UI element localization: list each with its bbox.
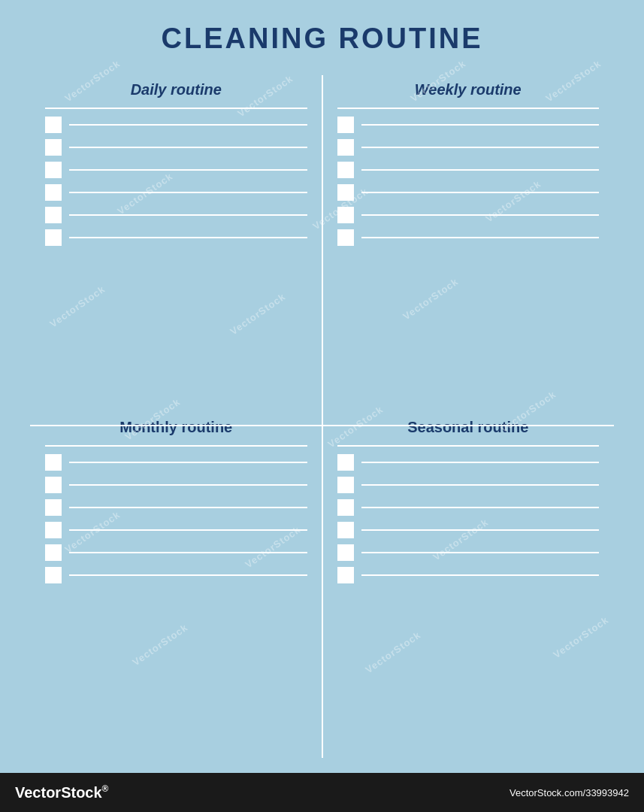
- checkbox-line: [69, 147, 307, 148]
- checkbox-line: [69, 214, 307, 216]
- section-daily-divider: [45, 108, 307, 109]
- checkbox[interactable]: [45, 544, 62, 561]
- checkbox[interactable]: [45, 229, 62, 246]
- checklist-item: [45, 477, 307, 493]
- checkbox[interactable]: [337, 454, 354, 471]
- checkbox[interactable]: [337, 139, 354, 156]
- checkbox-line: [69, 484, 307, 486]
- vertical-divider: [322, 75, 323, 758]
- checkbox-line: [361, 462, 600, 463]
- checkbox[interactable]: [337, 522, 354, 538]
- checklist-item: [337, 162, 600, 178]
- checkbox-line: [361, 507, 600, 508]
- section-daily-title: Daily routine: [45, 81, 307, 98]
- checkbox[interactable]: [45, 162, 62, 178]
- checkbox-line: [361, 574, 600, 576]
- checkbox-line: [361, 484, 600, 486]
- checkbox-line: [361, 169, 600, 171]
- section-weekly-title: Weekly routine: [337, 81, 600, 98]
- section-monthly: Monthly routine: [30, 411, 322, 749]
- footer-brand-text: VectorStock: [15, 784, 102, 801]
- section-daily: Daily routine: [30, 74, 322, 411]
- checkbox-line: [361, 552, 600, 553]
- checklist-item: [337, 499, 600, 516]
- checkbox-line: [361, 237, 600, 238]
- checklist-item: [45, 499, 307, 516]
- checklist-item: [337, 229, 600, 246]
- checkbox-line: [69, 124, 307, 126]
- checklist-weekly: [337, 117, 600, 404]
- checkbox[interactable]: [45, 139, 62, 156]
- checkbox[interactable]: [337, 544, 354, 561]
- checklist-item: [45, 139, 307, 156]
- checklist-item: [337, 207, 600, 223]
- checklist-seasonal: [337, 454, 600, 741]
- checklist-item: [45, 162, 307, 178]
- checklist-item: [45, 454, 307, 471]
- checkbox[interactable]: [337, 229, 354, 246]
- checklist-item: [337, 454, 600, 471]
- checklist-item: [337, 117, 600, 133]
- checklist-item: [45, 229, 307, 246]
- checkbox[interactable]: [337, 162, 354, 178]
- checkbox[interactable]: [337, 567, 354, 583]
- page-title: CLEANING ROUTINE: [30, 23, 614, 55]
- checkbox-line: [361, 124, 600, 126]
- section-seasonal-title: Seasonal routine: [337, 419, 600, 436]
- checkbox[interactable]: [337, 207, 354, 223]
- footer: VectorStock® VectorStock.com/33993942: [0, 773, 644, 812]
- checkbox-line: [361, 147, 600, 148]
- checklist-item: [337, 567, 600, 583]
- checkbox[interactable]: [45, 499, 62, 516]
- checkbox-line: [361, 529, 600, 531]
- checkbox[interactable]: [45, 522, 62, 538]
- checkbox[interactable]: [337, 184, 354, 201]
- checklist-item: [337, 522, 600, 538]
- section-weekly: Weekly routine: [322, 74, 615, 411]
- checklist-item: [45, 567, 307, 583]
- checkbox-line: [69, 169, 307, 171]
- checkbox[interactable]: [45, 117, 62, 133]
- checklist-item: [45, 544, 307, 561]
- footer-url: VectorStock.com/33993942: [509, 787, 629, 798]
- section-seasonal-divider: [337, 445, 600, 447]
- checkbox[interactable]: [45, 207, 62, 223]
- checklist-item: [45, 522, 307, 538]
- checkbox[interactable]: [45, 184, 62, 201]
- checkbox[interactable]: [45, 567, 62, 583]
- checkbox-line: [69, 529, 307, 531]
- checkbox[interactable]: [337, 117, 354, 133]
- checklist-item: [45, 207, 307, 223]
- checklist-item: [337, 139, 600, 156]
- footer-reg-symbol: ®: [102, 783, 109, 794]
- checklist-item: [337, 544, 600, 561]
- checkbox[interactable]: [45, 477, 62, 493]
- checkbox-line: [69, 574, 307, 576]
- checkbox[interactable]: [45, 454, 62, 471]
- checklist-item: [337, 477, 600, 493]
- checkbox[interactable]: [337, 499, 354, 516]
- checklist-item: [45, 184, 307, 201]
- footer-brand: VectorStock®: [15, 783, 108, 801]
- section-seasonal: Seasonal routine: [322, 411, 615, 749]
- checklist-item: [337, 184, 600, 201]
- checklist-monthly: [45, 454, 307, 741]
- checkbox-line: [69, 192, 307, 193]
- section-weekly-divider: [337, 108, 600, 109]
- section-monthly-title: Monthly routine: [45, 419, 307, 436]
- checkbox-line: [361, 192, 600, 193]
- checklist-daily: [45, 117, 307, 404]
- checklist-item: [45, 117, 307, 133]
- main-container: VectorStock VectorStock VectorStock Vect…: [0, 0, 644, 812]
- checkbox-line: [69, 237, 307, 238]
- section-monthly-divider: [45, 445, 307, 447]
- checkbox-line: [361, 214, 600, 216]
- checkbox-line: [69, 507, 307, 508]
- content-area: VectorStock VectorStock VectorStock Vect…: [0, 0, 644, 773]
- checkbox-line: [69, 462, 307, 463]
- checkbox-line: [69, 552, 307, 553]
- checkbox[interactable]: [337, 477, 354, 493]
